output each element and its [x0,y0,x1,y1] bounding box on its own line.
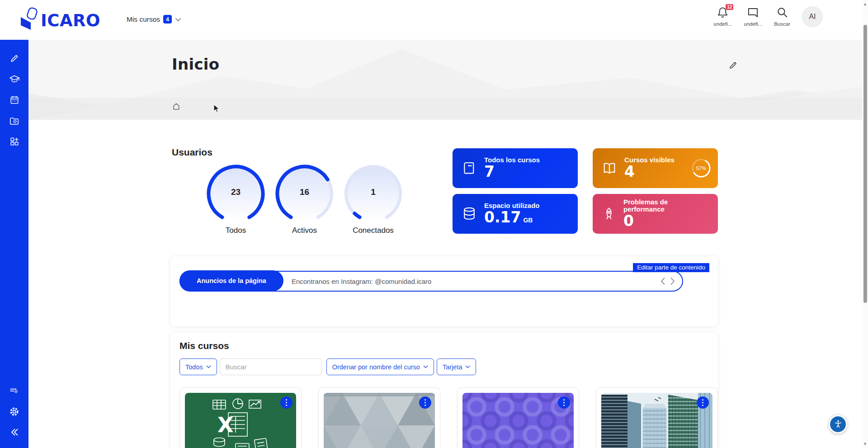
prev-announcement-icon[interactable] [660,277,665,285]
gauge-activos-label: Activos [292,226,317,235]
course-search-input[interactable] [220,358,322,375]
gear-icon[interactable] [9,406,20,417]
notifications-count-badge: 12 [726,4,733,10]
course-card-city[interactable] [596,387,718,448]
announcement-message: Encontranos en Instagram: @comunidad.ica… [292,278,660,285]
course-thumbnail-excel: X [185,393,296,448]
edit-page-icon[interactable] [728,61,738,72]
usuarios-section-title: Usuarios [172,147,212,158]
course-cards-row: X [179,387,718,448]
card-title: Problemas de performance [623,198,711,213]
calendar-icon[interactable] [9,94,20,106]
search-button[interactable]: Buscar [774,6,790,27]
list-gear-icon[interactable] [9,385,20,396]
sort-dropdown[interactable]: Ordenar por nombre del curso [326,358,434,375]
course-card-excel[interactable]: X [179,387,302,448]
card-value: 0.17 [484,209,521,226]
nav-my-courses[interactable]: Mis cursos 4 [127,15,181,24]
chevron-down-icon [175,15,181,24]
course-menu-button[interactable] [697,396,709,409]
sidebar-bottom-group [9,385,20,438]
stat-cards: Todos los cursos 7 Cursos visibles 4 57% [453,148,718,234]
bell-icon: 12 [717,6,729,20]
sort-label: Ordenar por nombre del curso [332,363,420,371]
view-mode-label: Tarjeta [443,363,462,371]
scrollbar-thumb[interactable] [863,25,867,303]
page-title: Inicio [172,55,219,73]
avatar-initials: AI [809,13,816,21]
visible-percent-label: 57% [691,158,712,179]
gauge-todos-value: 23 [205,187,267,197]
excel-logo: X [217,413,233,437]
usuarios-gauges: 23 Todos 16 Activos [205,163,411,235]
home-breadcrumb-icon[interactable] [172,102,181,113]
chat-icon [747,6,759,20]
gauge-conectados-label: Conectados [353,226,394,235]
main-content: Usuarios 23 Todos [28,120,863,448]
course-menu-button[interactable] [419,396,431,409]
messages-label: undefi... [744,21,762,27]
search-label: Buscar [774,21,790,27]
grid-plus-icon[interactable] [9,136,20,147]
search-icon [776,6,788,20]
course-card-circles[interactable] [457,387,579,448]
course-menu-button[interactable] [280,396,292,409]
messages-button[interactable]: undefi... [744,6,762,27]
rocket-icon [602,207,616,221]
database-icon [462,206,477,222]
nav-my-courses-badge: 4 [163,15,172,24]
view-mode-dropdown[interactable]: Tarjeta [437,358,476,375]
sidebar-top-group [9,52,20,147]
gauge-activos-value: 16 [274,187,335,197]
announcement-arrows [660,277,675,285]
user-avatar[interactable]: AI [802,6,823,27]
scroll-up-arrow[interactable]: ▲ [862,1,868,7]
card-problemas-performance[interactable]: Problemas de performance 0 [593,194,718,234]
sidebar [0,40,28,448]
accessibility-button[interactable] [829,415,847,434]
card-value: 0 [623,213,711,229]
icaro-logo-icon [19,7,40,33]
topbar-actions: 12 undefi... undefi... Buscar AI [713,6,823,27]
course-card-triangles[interactable] [318,387,440,448]
card-espacio-utilizado[interactable]: Espacio utilizado 0.17 GB [453,194,578,234]
announcements-tab[interactable]: Anuncios de la página [179,270,283,291]
course-filters: Todos Ordenar por nombre del curso Tarje… [179,358,476,375]
folder-gear-icon[interactable] [9,115,20,127]
course-menu-button[interactable] [558,396,570,409]
filter-category-label: Todos [185,363,203,371]
top-bar: ICARO Mis cursos 4 12 undefi... undefi..… [0,0,868,40]
gauge-conectados-value: 1 [342,187,404,197]
mis-cursos-panel: Mis cursos Todos Ordenar por nombre del … [170,332,718,448]
gauge-conectados: 1 Conectados [342,163,404,235]
next-announcement-icon[interactable] [670,277,675,285]
course-thumbnail-circles [462,393,574,448]
book-icon [462,160,477,176]
card-todos-los-cursos[interactable]: Todos los cursos 7 [453,148,578,188]
edit-content-tooltip[interactable]: Editar parte de contenido [633,263,709,272]
mis-cursos-title: Mis cursos [179,340,229,351]
gauge-todos-label: Todos [226,226,246,235]
filter-category-dropdown[interactable]: Todos [179,358,217,375]
icaro-logo[interactable]: ICARO [19,7,100,33]
graduation-cap-icon[interactable] [9,73,20,85]
collapse-sidebar-icon[interactable] [9,426,20,438]
course-thumbnail-triangles [324,393,435,448]
notifications-label: undefi... [713,21,732,27]
course-thumbnail-city [601,393,712,448]
notifications-button[interactable]: 12 undefi... [713,6,732,27]
gauge-todos: 23 Todos [205,163,267,235]
mountains-decoration [28,40,863,120]
page-header-banner: Inicio [28,40,863,120]
scrollbar: ▲ ▼ [862,0,868,448]
card-cursos-visibles[interactable]: Cursos visibles 4 57% [593,148,718,188]
pencil-icon[interactable] [9,52,20,64]
accessibility-icon [833,419,843,430]
open-book-icon [602,160,617,176]
visible-percent-ring: 57% [691,158,712,179]
card-value: 4 [624,164,675,180]
card-unit: GB [523,217,533,224]
announcements-panel: Editar parte de contenido Anuncios de la… [170,256,718,326]
scroll-down-arrow[interactable]: ▼ [862,441,868,447]
nav-my-courses-label: Mis cursos [127,15,160,24]
